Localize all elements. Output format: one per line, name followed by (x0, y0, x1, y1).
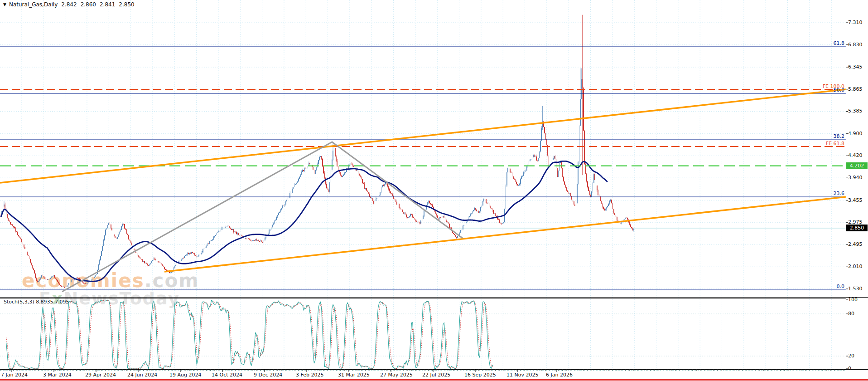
date-label: 16 Sep 2025 (464, 372, 496, 378)
price-tick-label: 2.495 (848, 241, 863, 248)
price-tick-label: 5.865 (848, 86, 863, 93)
stoch-tick-label: 20 (848, 353, 854, 359)
symbol-name: Natural_Gas,Daily (9, 1, 58, 8)
moving-average-line (1, 161, 608, 281)
channel-upper-line (0, 89, 846, 183)
bottom-red-bar (0, 379, 868, 381)
stoch-signal-value: 7.095 (55, 299, 69, 305)
stoch-tick-label: 0 (848, 366, 851, 372)
date-label: 31 Mar 2025 (338, 372, 370, 378)
price-tick-label: 4.420 (848, 152, 863, 159)
price-tick-label: 3.455 (848, 197, 863, 204)
fib-level-label: 0.0 (837, 283, 845, 290)
price-tick-label: 6.830 (848, 42, 863, 48)
date-label: 19 Aug 2024 (169, 372, 201, 378)
price-tick-label: 1.530 (848, 286, 863, 292)
date-label: 6 Jan 2026 (546, 372, 573, 378)
price-tick-label: 7.310 (848, 20, 863, 26)
zigzag-trendline (62, 142, 463, 292)
stoch-tick-label: 100 (848, 297, 858, 303)
quote-high: 2.860 (81, 1, 96, 8)
price-tick-label: 3.940 (848, 175, 863, 181)
green-level-badge: 4.202 (846, 162, 868, 169)
quote-open: 2.842 (61, 1, 77, 8)
stoch-name: Stoch(5,3,3) (4, 299, 34, 305)
stoch-main-value: 8.8935 (36, 299, 53, 305)
date-label: 3 Mar 2024 (43, 372, 72, 378)
date-label: 9 Dec 2024 (254, 372, 282, 378)
date-label: 24 Jun 2024 (127, 372, 157, 378)
current-price-badge: 2.850 (846, 225, 868, 231)
symbol-menu-toggle-icon[interactable]: ▼ (3, 2, 6, 7)
fib-expansion-label: FE 100.0 (823, 83, 844, 90)
stoch-indicator-label: Stoch(5,3,3) 8.8935 7.095 (4, 299, 69, 305)
quote-close: 2.850 (119, 1, 134, 8)
chart-canvas[interactable] (0, 0, 868, 381)
fib-expansion-label: FE 61.8 (826, 141, 844, 147)
symbol-title-row: ▼ Natural_Gas,Daily 2.842 2.860 2.841 2.… (3, 1, 135, 8)
date-label: 29 Apr 2024 (85, 372, 116, 378)
date-label: 14 Oct 2024 (212, 372, 242, 378)
stoch-tick-label: 80 (848, 311, 854, 317)
fib-level-label: 38.2 (834, 133, 845, 140)
price-tick-label: 6.345 (848, 64, 863, 70)
price-tick-label: 2.010 (848, 264, 863, 270)
date-label: 22 Jul 2025 (422, 372, 450, 378)
fib-level-label: 23.6 (834, 190, 845, 197)
date-label: 11 Nov 2025 (506, 372, 538, 378)
chart-window: economies.com FxNewsToday ▼ Natural_Gas,… (0, 0, 868, 381)
fib-level-label: 61.8 (834, 40, 845, 47)
date-label: 3 Feb 2025 (296, 372, 323, 378)
price-tick-label: 5.385 (848, 108, 863, 114)
quote-low: 2.841 (100, 1, 115, 8)
date-label: 7 Jan 2024 (1, 372, 28, 378)
date-label: 27 May 2025 (380, 372, 413, 378)
price-tick-label: 4.900 (848, 131, 863, 137)
